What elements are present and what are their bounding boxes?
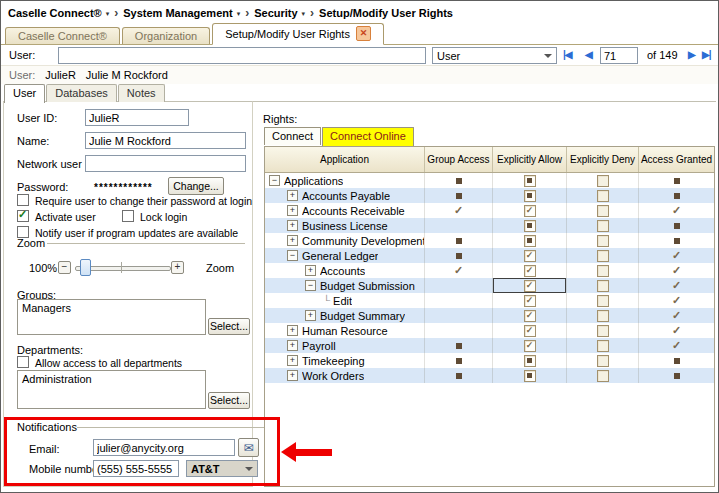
column-header-explicitly-allow[interactable]: Explicitly Allow xyxy=(493,147,567,172)
explicitly-allow-checkbox[interactable] xyxy=(524,355,536,367)
table-row[interactable]: + Accounts Payable xyxy=(265,188,714,203)
departments-select-button[interactable]: Select... xyxy=(208,392,250,409)
table-row[interactable]: + Community Development xyxy=(265,233,714,248)
explicitly-allow-cell[interactable] xyxy=(493,173,567,188)
tree-expander-icon[interactable]: − xyxy=(287,250,298,261)
table-row[interactable]: − Applications xyxy=(265,173,714,188)
tree-expander-icon[interactable]: + xyxy=(287,235,298,246)
explicitly-allow-checkbox[interactable]: ✓ xyxy=(524,265,536,277)
lock-login-checkbox[interactable] xyxy=(122,210,134,222)
tab-connect-online[interactable]: Connect Online xyxy=(322,127,414,146)
column-header-access-granted[interactable]: Access Granted xyxy=(639,147,714,172)
change-password-button[interactable]: Change... xyxy=(168,177,224,195)
explicitly-deny-checkbox[interactable] xyxy=(597,295,609,307)
explicitly-allow-cell[interactable] xyxy=(493,233,567,248)
explicitly-allow-checkbox[interactable] xyxy=(524,235,536,247)
tree-expander-icon[interactable]: + xyxy=(287,355,298,366)
table-row[interactable]: − General Ledger ✓ ✓ xyxy=(265,248,714,263)
explicitly-deny-cell[interactable] xyxy=(567,233,639,248)
table-row[interactable]: └ Edit ✓ ✓ xyxy=(265,293,714,308)
record-number-input[interactable] xyxy=(600,47,638,64)
activate-user-checkbox[interactable] xyxy=(17,210,29,222)
explicitly-deny-cell[interactable] xyxy=(567,188,639,203)
explicitly-allow-cell[interactable] xyxy=(493,353,567,368)
tab-caselle-connect[interactable]: Caselle Connect® xyxy=(5,27,120,44)
tree-expander-icon[interactable]: − xyxy=(269,175,280,186)
explicitly-deny-checkbox[interactable] xyxy=(597,220,609,232)
tree-expander-icon[interactable]: + xyxy=(287,205,298,216)
table-row[interactable]: + Budget Summary ✓ ✓ xyxy=(265,308,714,323)
explicitly-allow-cell[interactable]: ✓ xyxy=(493,203,567,218)
tree-expander-icon[interactable]: + xyxy=(305,310,316,321)
nav-first-button[interactable]: |◀ xyxy=(563,49,572,61)
tree-expander-icon[interactable]: − xyxy=(305,280,316,291)
tree-expander-icon[interactable]: └ xyxy=(323,296,330,306)
explicitly-deny-checkbox[interactable] xyxy=(597,175,609,187)
explicitly-allow-checkbox[interactable] xyxy=(524,220,536,232)
explicitly-deny-checkbox[interactable] xyxy=(597,205,609,217)
tree-expander-icon[interactable]: + xyxy=(287,220,298,231)
table-row[interactable]: + Payroll ✓ ✓ xyxy=(265,338,714,353)
explicitly-deny-cell[interactable] xyxy=(567,338,639,353)
chevron-down-icon[interactable]: ▾ xyxy=(302,10,306,18)
table-row[interactable]: + Work Orders xyxy=(265,368,714,383)
breadcrumb-item-security[interactable]: Security xyxy=(254,7,297,19)
search-field-combobox[interactable]: User xyxy=(432,47,557,64)
tab-databases[interactable]: Databases xyxy=(46,84,117,102)
tree-expander-icon[interactable]: + xyxy=(287,190,298,201)
departments-listbox[interactable]: Administration xyxy=(17,370,206,409)
chevron-down-icon[interactable]: ▾ xyxy=(106,10,110,18)
explicitly-allow-checkbox[interactable] xyxy=(524,175,536,187)
tab-user[interactable]: User xyxy=(4,84,45,103)
table-row[interactable]: + Accounts ✓ ✓ ✓ xyxy=(265,263,714,278)
table-row[interactable]: + Accounts Receivable ✓ ✓ ✓ xyxy=(265,203,714,218)
explicitly-deny-cell[interactable] xyxy=(567,308,639,323)
explicitly-allow-cell[interactable]: ✓ xyxy=(493,248,567,263)
explicitly-allow-cell[interactable]: ✓ xyxy=(493,308,567,323)
name-input[interactable] xyxy=(85,132,246,149)
explicitly-allow-checkbox[interactable]: ✓ xyxy=(524,325,536,337)
tab-notes[interactable]: Notes xyxy=(118,84,165,102)
tree-expander-icon[interactable]: + xyxy=(305,265,316,276)
explicitly-deny-cell[interactable] xyxy=(567,218,639,233)
close-icon[interactable]: ✕ xyxy=(356,26,371,41)
explicitly-deny-checkbox[interactable] xyxy=(597,265,609,277)
explicitly-deny-cell[interactable] xyxy=(567,203,639,218)
explicitly-allow-cell[interactable]: ✓ xyxy=(493,338,567,353)
zoom-in-button[interactable]: + xyxy=(171,261,184,274)
explicitly-allow-cell[interactable]: ✓ xyxy=(493,278,567,293)
explicitly-deny-cell[interactable] xyxy=(567,278,639,293)
nav-previous-button[interactable]: ◀ xyxy=(585,49,592,61)
column-header-application[interactable]: Application xyxy=(265,147,425,172)
explicitly-deny-checkbox[interactable] xyxy=(597,355,609,367)
breadcrumb-item-caselle-connect[interactable]: Caselle Connect® xyxy=(8,7,102,19)
explicitly-deny-cell[interactable] xyxy=(567,353,639,368)
tab-organization[interactable]: Organization xyxy=(122,27,210,44)
tree-expander-icon[interactable]: + xyxy=(287,340,298,351)
network-user-id-input[interactable] xyxy=(85,155,246,172)
column-header-group-access[interactable]: Group Access xyxy=(425,147,493,172)
require-password-change-checkbox[interactable] xyxy=(17,194,29,206)
tab-setup-modify-user-rights[interactable]: Setup/Modify User Rights ✕ xyxy=(212,23,384,45)
explicitly-allow-cell[interactable]: ✓ xyxy=(493,263,567,278)
breadcrumb-item-system-management[interactable]: System Management xyxy=(123,7,232,19)
list-item[interactable]: Managers xyxy=(22,302,201,314)
explicitly-deny-checkbox[interactable] xyxy=(597,310,609,322)
tree-expander-icon[interactable]: + xyxy=(287,370,298,381)
explicitly-allow-checkbox[interactable]: ✓ xyxy=(524,340,536,352)
zoom-out-button[interactable]: − xyxy=(58,261,71,274)
table-row[interactable]: − Budget Submission ✓ ✓ xyxy=(265,278,714,293)
explicitly-deny-cell[interactable] xyxy=(567,323,639,338)
nav-last-button[interactable]: ▶| xyxy=(702,49,711,61)
explicitly-deny-cell[interactable] xyxy=(567,173,639,188)
explicitly-allow-checkbox[interactable]: ✓ xyxy=(524,280,536,292)
explicitly-deny-checkbox[interactable] xyxy=(597,250,609,262)
explicitly-deny-checkbox[interactable] xyxy=(597,325,609,337)
explicitly-allow-cell[interactable]: ✓ xyxy=(493,293,567,308)
explicitly-allow-checkbox[interactable]: ✓ xyxy=(524,250,536,262)
zoom-slider-handle[interactable] xyxy=(80,259,91,276)
explicitly-deny-cell[interactable] xyxy=(567,293,639,308)
list-item[interactable]: Administration xyxy=(22,373,201,385)
column-header-explicitly-deny[interactable]: Explicitly Deny xyxy=(567,147,639,172)
groups-select-button[interactable]: Select... xyxy=(208,318,250,335)
